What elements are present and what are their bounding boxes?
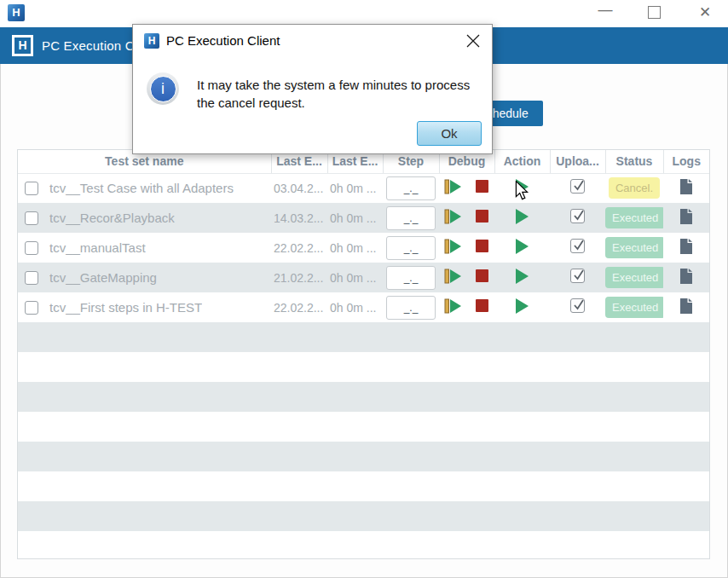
upload-checkbox[interactable] — [570, 298, 585, 313]
debug-step-play-icon[interactable] — [444, 298, 463, 317]
logs-file-icon[interactable] — [679, 238, 693, 258]
debug-step-play-icon[interactable] — [444, 239, 463, 257]
test-set-name: tcv__GateMapping — [49, 270, 157, 285]
step-input[interactable] — [386, 176, 436, 200]
step-input[interactable] — [386, 236, 436, 260]
app-logo-icon: H — [12, 35, 33, 56]
app-window: H — ✕ H PC Execution Client Schedule Tes… — [0, 0, 728, 578]
app-icon: H — [8, 4, 25, 21]
upload-checkbox[interactable] — [570, 239, 585, 253]
last-executed-date: 21.02.2... — [271, 263, 327, 292]
test-set-name: tcv__Recor&Playback — [49, 211, 175, 225]
close-button[interactable]: ✕ — [696, 3, 714, 21]
last-execution-duration: 0h 0m ... — [327, 233, 383, 263]
test-set-name: tcv__First steps in H-TEST — [49, 300, 202, 315]
debug-step-play-icon[interactable] — [444, 269, 463, 287]
table-row: tcv__GateMapping 21.02.2... 0h 0m ... — [18, 263, 709, 292]
last-executed-date: 14.03.2... — [271, 203, 327, 233]
row-select-checkbox[interactable] — [25, 241, 38, 255]
logs-file-icon[interactable] — [679, 208, 693, 228]
empty-row — [18, 501, 709, 531]
empty-row — [18, 412, 709, 442]
upload-checkbox[interactable] — [570, 179, 585, 194]
last-execution-duration: 0h 0m ... — [327, 173, 383, 203]
stop-icon[interactable] — [476, 240, 489, 257]
empty-row — [18, 382, 709, 412]
maximize-button[interactable] — [648, 6, 661, 19]
last-executed-date: 03.04.2... — [271, 173, 327, 203]
col-header-action[interactable]: Action — [494, 150, 550, 173]
cancel-info-dialog: H PC Execution Client i It may take the … — [132, 24, 493, 154]
row-select-checkbox[interactable] — [25, 301, 38, 315]
empty-row — [18, 442, 709, 471]
status-badge: Executed — [605, 237, 663, 258]
dialog-titlebar: H PC Execution Client — [133, 25, 492, 55]
run-play-icon[interactable] — [515, 209, 529, 228]
info-icon: i — [147, 72, 179, 105]
row-select-checkbox[interactable] — [25, 211, 38, 225]
test-set-name: tcv__manualTast — [49, 240, 146, 255]
ok-button[interactable]: Ok — [417, 121, 482, 146]
col-header-status[interactable]: Status — [605, 150, 663, 173]
debug-step-play-icon[interactable] — [444, 179, 463, 198]
last-executed-date: 22.02.2... — [271, 233, 327, 263]
logs-file-icon[interactable] — [679, 268, 693, 288]
upload-checkbox[interactable] — [570, 269, 585, 283]
status-badge: Executed — [605, 207, 663, 228]
dialog-message: It may take the system a few minutes to … — [197, 76, 487, 112]
mouse-cursor — [512, 181, 531, 205]
table-row: tcv__Test Case with all Adapters 03.04.2… — [18, 173, 709, 203]
last-execution-duration: 0h 0m ... — [327, 292, 383, 322]
dialog-title: PC Execution Client — [166, 33, 280, 48]
debug-step-play-icon[interactable] — [444, 209, 463, 228]
col-header-logs[interactable]: Logs — [663, 150, 709, 173]
test-set-name: tcv__Test Case with all Adapters — [49, 181, 234, 195]
last-executed-date: 22.02.2... — [271, 292, 327, 322]
minimize-button[interactable]: — — [597, 2, 614, 19]
status-badge: Executed — [605, 297, 663, 318]
upload-checkbox[interactable] — [570, 209, 585, 223]
step-input[interactable] — [386, 206, 436, 230]
dialog-app-icon: H — [144, 33, 159, 49]
stop-icon[interactable] — [476, 299, 489, 316]
empty-row — [18, 322, 709, 352]
row-select-checkbox[interactable] — [25, 271, 38, 285]
col-header-upload[interactable]: Uploa... — [550, 150, 605, 173]
step-input[interactable] — [386, 266, 436, 290]
stop-icon[interactable] — [476, 269, 489, 286]
logs-file-icon[interactable] — [679, 298, 693, 318]
row-select-checkbox[interactable] — [25, 182, 38, 195]
step-input[interactable] — [386, 296, 436, 320]
run-play-icon[interactable] — [515, 239, 529, 257]
status-badge: Executed — [605, 267, 663, 288]
logs-file-icon[interactable] — [679, 178, 693, 199]
stop-icon[interactable] — [476, 180, 489, 197]
stop-icon[interactable] — [476, 210, 489, 227]
status-badge: Cancel. — [609, 177, 660, 199]
empty-row — [18, 352, 709, 382]
table-row: tcv__First steps in H-TEST 22.02.2... 0h… — [18, 292, 709, 322]
test-set-table: Test set name Last E... Last E... Step D… — [17, 149, 710, 559]
last-execution-duration: 0h 0m ... — [327, 263, 383, 292]
table-row: tcv__manualTast 22.02.2... 0h 0m ... — [18, 233, 709, 263]
run-play-icon[interactable] — [515, 298, 529, 317]
test-set-table-body: tcv__Test Case with all Adapters 03.04.2… — [18, 173, 709, 559]
last-execution-duration: 0h 0m ... — [327, 203, 383, 233]
empty-row — [18, 471, 709, 501]
dialog-close-icon[interactable] — [465, 33, 481, 49]
table-row: tcv__Recor&Playback 14.03.2... 0h 0m ... — [18, 203, 709, 233]
empty-row — [18, 531, 709, 559]
run-play-icon[interactable] — [515, 269, 529, 287]
